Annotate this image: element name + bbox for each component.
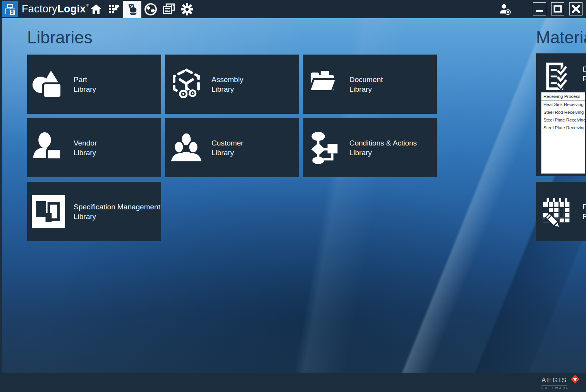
aegis-software-label: SOFTWARE [541, 387, 580, 389]
settings-gear-icon[interactable] [178, 0, 196, 18]
customer-people-icon [168, 130, 204, 166]
tile-vendor-library[interactable]: Vendor Library [27, 118, 161, 177]
tile-label-line1: Assembly [211, 75, 243, 84]
tile-label: Document Library [349, 75, 383, 94]
tile-label-line1: Conditions & Actions [349, 138, 417, 148]
checklist-icon [539, 60, 576, 96]
assembly-cube-gears-icon [168, 66, 204, 103]
page-title-libraries: Libraries [27, 28, 93, 47]
aegis-software-logo: AEGIS SOFTWARE [541, 377, 580, 389]
tile-label: Vendor Library [74, 138, 97, 157]
vendor-person-briefcase-icon [30, 130, 67, 166]
tile-label-line1: Document [349, 75, 383, 84]
status-bar: AEGIS SOFTWARE [0, 373, 586, 392]
list-item[interactable]: Steel Plate Receiving Process [541, 116, 585, 124]
tile-assembly-library[interactable]: Assembly Library [165, 55, 299, 114]
tile-materials-planning[interactable]: F F [536, 182, 586, 241]
transfer-circle-arrows-icon[interactable] [141, 0, 160, 18]
tile-label-line2: P [583, 74, 586, 84]
document-folder-icon [306, 66, 342, 103]
tile-label-line1: F [583, 202, 586, 212]
tile-receiving-processes[interactable]: D P Receiving Process Heat Sink Receivin… [536, 53, 586, 176]
aegis-red-diamond-icon [569, 373, 581, 387]
window-controls [533, 2, 583, 15]
list-item[interactable]: Steel Plate Receiving Process [541, 124, 585, 132]
tile-label: Part Library [74, 75, 96, 94]
reports-windows-icon[interactable] [160, 0, 178, 18]
tile-label-line1: Specification Management [74, 202, 160, 212]
main-navigation [87, 0, 196, 18]
tile-customer-library[interactable]: Customer Library [165, 118, 299, 177]
planning-grid-pencil-icon[interactable] [105, 0, 123, 18]
tile-label-line2: F [583, 212, 586, 221]
tile-label: Assembly Library [211, 75, 243, 94]
tile-label: Conditions & Actions Library [349, 138, 417, 157]
close-button[interactable] [569, 2, 583, 15]
tile-label-line2: Library [74, 84, 96, 94]
calendar-pencil-icon [539, 193, 576, 230]
libraries-database-icon[interactable] [123, 1, 141, 18]
receiving-process-list-header: Receiving Process [541, 92, 585, 101]
tile-conditions-actions-library[interactable]: Conditions & Actions Library [303, 118, 437, 177]
part-shapes-icon [30, 66, 67, 103]
factorylogix-logo [2, 1, 18, 17]
tile-label-line2: Library [74, 212, 160, 221]
list-item[interactable]: Heat Sink Receiving Process [541, 101, 585, 108]
tile-label-line1: Part [74, 75, 96, 84]
tile-label-line2: Library [211, 148, 243, 157]
tile-label-truncated: D P [583, 64, 586, 84]
tile-label-line1: D [583, 64, 586, 74]
window-left-border [0, 18, 2, 373]
tile-specification-management-library[interactable]: Specification Management Library [27, 182, 161, 241]
tile-label-line2: Library [349, 148, 417, 157]
brand-suffix: Logix [57, 3, 86, 15]
tile-label-line2: Library [74, 148, 97, 157]
tile-label-line2: Library [349, 84, 383, 94]
tile-document-library[interactable]: Document Library [303, 55, 437, 114]
receiving-process-list[interactable]: Receiving Process Heat Sink Receiving Pr… [541, 92, 585, 174]
tile-label-line2: Library [211, 84, 243, 94]
app-title: FactoryLogix® [22, 0, 89, 18]
specification-documents-icon [30, 193, 67, 230]
tile-part-library[interactable]: Part Library [27, 55, 161, 114]
user-signed-out-icon[interactable] [498, 3, 512, 16]
tile-label: Customer Library [211, 138, 243, 157]
desk-workstation-icon [4, 3, 16, 15]
flowchart-icon [306, 130, 342, 166]
home-icon[interactable] [87, 0, 105, 18]
tile-label-line1: Customer [211, 138, 243, 148]
list-item[interactable]: Steel Rod Receiving Process [541, 108, 585, 116]
brand-prefix: Factory [22, 3, 57, 15]
tile-label-truncated: F F [583, 202, 586, 221]
title-bar: FactoryLogix® [0, 0, 586, 18]
page-title-materials: Materials [536, 28, 586, 47]
tile-label-line1: Vendor [74, 138, 97, 148]
maximize-button[interactable] [551, 2, 564, 15]
tile-label: Specification Management Library [74, 202, 160, 221]
aegis-wordmark: AEGIS [541, 377, 567, 385]
minimize-button[interactable] [533, 2, 546, 15]
